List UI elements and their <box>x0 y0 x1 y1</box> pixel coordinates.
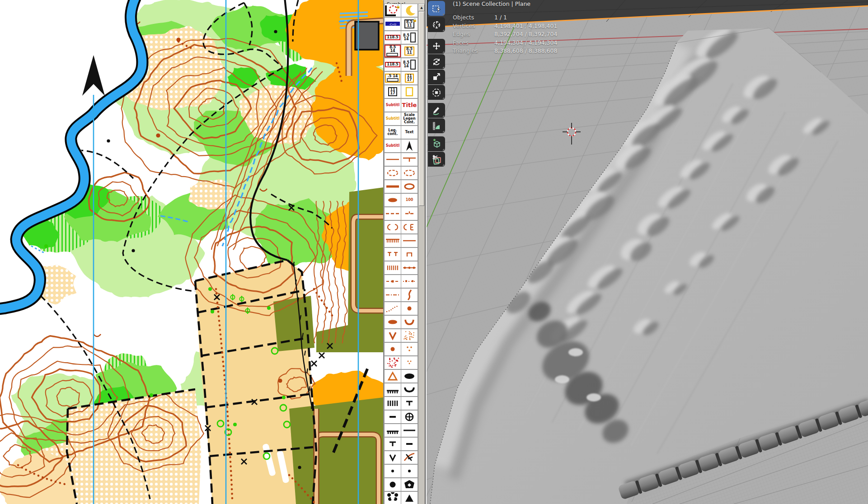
symbol-cell-ellipse-dash-brown[interactable] <box>384 166 401 180</box>
symbol-cell-line-brown[interactable] <box>401 234 418 247</box>
symbol-cell-dot-black-sm[interactable] <box>384 464 401 478</box>
symbol-cell-numbox[interactable]: 8.514 <box>401 31 418 44</box>
move-icon <box>432 41 441 52</box>
symbol-row <box>385 289 419 302</box>
symbol-cell-text2[interactable]: 8.511🔒 <box>401 17 418 31</box>
symbol-cell-text3[interactable]: ScaleLegenCont. <box>401 112 418 126</box>
symbol-cell-hachure-brown[interactable] <box>384 234 401 247</box>
symbol-cell-text[interactable]: Text <box>401 126 418 139</box>
tool-select-box-button[interactable] <box>428 1 445 16</box>
blender-3d-viewport[interactable]: (1) Scene Collection | Plane Objects1 / … <box>427 0 868 504</box>
symbol-cell-box-yellow[interactable] <box>401 85 418 98</box>
symbol-cell-u-brown[interactable] <box>401 315 418 329</box>
tool-measure-button[interactable] <box>428 118 445 133</box>
measure-icon <box>432 121 441 131</box>
tool-rotate-button[interactable] <box>428 54 445 69</box>
symbol-cell-text2[interactable]: 1117 <box>384 85 401 98</box>
symbol-cell-dot-black-sm[interactable] <box>401 464 418 478</box>
symbol-cell-lens-brown[interactable] <box>384 315 401 329</box>
symbol-cell-map-corner-red-circle[interactable]: 🔒 <box>384 4 401 17</box>
symbol-cell-text2[interactable]: 1117 <box>401 71 418 85</box>
symbol-cell-ellipse-dash-brown[interactable] <box>401 166 418 180</box>
symbol-cell-dotdash-brown[interactable] <box>401 275 418 288</box>
symbol-cell-specks-orange[interactable] <box>401 329 418 342</box>
symbol-cell-triangle-black[interactable] <box>401 491 418 504</box>
symbol-cell-numbox[interactable]: 8.514 <box>401 58 418 71</box>
stat-row: Triangles8,388,608 / 8,388,608 <box>453 47 557 56</box>
palette-scrollbar[interactable]: ▲ <box>418 4 425 504</box>
symbol-cell-dotcurve-brown[interactable] <box>384 302 401 315</box>
tool-move-button[interactable] <box>428 39 445 54</box>
symbol-cell-ellipse-brown[interactable] <box>401 180 418 193</box>
symbol-cell-dashdot-brown[interactable] <box>384 288 401 302</box>
symbol-cell-text[interactable]: Title <box>401 98 418 112</box>
tool-annotate-button[interactable] <box>428 103 445 118</box>
symbol-cell-circle-black[interactable] <box>384 478 401 491</box>
symbol-cell-ellipse-black[interactable] <box>401 369 418 383</box>
symbol-cell-tridots-orange-sm[interactable] <box>401 356 418 369</box>
map-canvas[interactable] <box>0 0 383 504</box>
symbol-cell-colorbar-blue[interactable]: -C+D <box>384 17 401 31</box>
symbol-cell-bars-black[interactable] <box>384 397 401 410</box>
tool-bisect-button[interactable] <box>428 152 445 167</box>
symbol-cell-dot-brown[interactable] <box>384 342 401 356</box>
symbol-cell-target-black[interactable] <box>401 410 418 424</box>
symbol-cell-t-black[interactable] <box>384 437 401 451</box>
symbol-cell-crescent-yellow[interactable] <box>401 4 418 17</box>
symbol-cell-t-black[interactable] <box>401 397 418 410</box>
symbol-cell-barlabel[interactable]: 8.5 14 <box>384 44 401 58</box>
symbol-cell-u-black[interactable] <box>401 383 418 397</box>
symbol-cell-dash-black[interactable] <box>384 410 401 424</box>
symbol-cell-north-arrow[interactable] <box>401 139 418 153</box>
symbol-cell-text[interactable]: Subtitl <box>384 98 401 112</box>
symbol-cell-line-thick-brown[interactable] <box>384 180 401 193</box>
scroll-up-icon[interactable]: ▲ <box>418 4 425 11</box>
symbol-cell-ce-brown[interactable] <box>401 220 418 234</box>
symbol-cell-lens-brown[interactable] <box>384 193 401 207</box>
symbol-cell-text[interactable]: 118.5 <box>384 58 401 71</box>
symbol-cell-ticks-brown[interactable] <box>384 261 401 275</box>
stat-value: 1 / 1 <box>494 14 507 22</box>
symbol-cell-dash-black[interactable] <box>401 437 418 451</box>
tool-scale-button[interactable] <box>428 70 445 84</box>
symbol-cell-text[interactable]: 118.5 <box>384 31 401 44</box>
symbol-row <box>385 451 419 465</box>
symbol-label: Text <box>404 130 416 135</box>
symbol-cell-flower-black[interactable] <box>384 491 401 504</box>
stat-label: Objects <box>453 14 494 22</box>
tool-transform-button[interactable] <box>428 85 445 100</box>
symbol-cell-specks-red[interactable] <box>384 356 401 369</box>
symbol-cell-n-brown[interactable] <box>401 247 418 261</box>
symbol-cell-line-black[interactable] <box>401 424 418 437</box>
symbol-cell-text[interactable]: 100 <box>401 193 418 207</box>
symbol-cell-dashes-brown[interactable] <box>384 207 401 220</box>
symbol-cell-tridots-orange[interactable] <box>401 342 418 356</box>
symbol-cell-hook-brown[interactable] <box>401 288 418 302</box>
symbol-cell-triangle-orange[interactable] <box>384 369 401 383</box>
symbol-cell-dash-tick-brown[interactable] <box>401 207 418 220</box>
symbol-cell-comb-black[interactable] <box>384 383 401 397</box>
symbol-cell-text[interactable]: Subtitl <box>384 139 401 153</box>
symbol-cell-crossed-sticks[interactable] <box>401 451 418 464</box>
symbol-cell-text[interactable]: Subtitl <box>384 112 401 126</box>
symbol-cell-line-tick-brown[interactable] <box>401 153 418 166</box>
symbol-cell-line-brown[interactable] <box>384 153 401 166</box>
tool-add-cube-button[interactable] <box>428 136 445 151</box>
symbol-cell-cc-brown[interactable] <box>384 220 401 234</box>
scrollbar-thumb[interactable] <box>419 12 424 206</box>
symbol-cell-dotline-brown[interactable] <box>401 261 418 275</box>
symbol-cell-sqdash-brown[interactable] <box>384 275 401 288</box>
tool-cursor-button[interactable] <box>428 17 445 32</box>
symbol-cell-v-black[interactable] <box>384 451 401 464</box>
symbol-cell-pent-black[interactable] <box>401 478 418 491</box>
symbol-label: Title <box>401 103 418 108</box>
symbol-cell-tt-brown[interactable] <box>384 247 401 261</box>
symbol-row <box>385 329 419 343</box>
symbol-cell-barlabel[interactable]: .5 14 <box>384 71 401 85</box>
symbol-cell-text2[interactable]: 8.511 <box>401 44 418 58</box>
symbol-cell-text3[interactable]: Leg.cont. <box>384 126 401 139</box>
symbol-cell-dot-brown[interactable] <box>401 302 418 315</box>
symbol-cell-comb-black[interactable] <box>384 424 401 437</box>
symbol-row: 8.5 148.511 <box>385 45 419 58</box>
symbol-cell-v-brown[interactable] <box>384 329 401 342</box>
